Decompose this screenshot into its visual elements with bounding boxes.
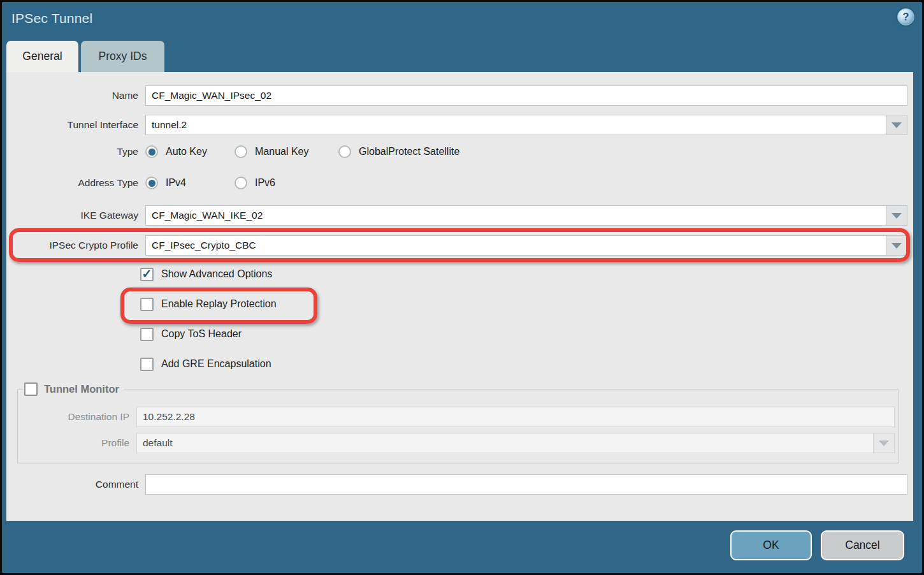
- ike-gateway-row: IKE Gateway: [6, 205, 907, 226]
- tab-bar: General Proxy IDs: [6, 41, 922, 72]
- copy-tos-header-checkbox[interactable]: [140, 328, 154, 341]
- chevron-down-icon: [879, 440, 889, 446]
- radio-globalprotect-satellite[interactable]: GlobalProtect Satellite: [338, 145, 459, 158]
- tab-proxy-ids-label: Proxy IDs: [99, 50, 147, 63]
- radio-ipv4[interactable]: IPv4: [145, 177, 235, 189]
- radio-ipv6[interactable]: IPv6: [235, 177, 275, 189]
- copy-tos-header-label: Copy ToS Header: [161, 328, 242, 340]
- help-icon[interactable]: ?: [897, 8, 914, 25]
- radio-auto-key-control[interactable]: [145, 145, 158, 158]
- dialog-title: IPSec Tunnel: [11, 11, 92, 26]
- tunnel-interface-row: Tunnel Interface: [6, 115, 907, 135]
- address-type-label: Address Type: [6, 177, 138, 189]
- show-advanced-options-row[interactable]: Show Advanced Options: [140, 266, 907, 282]
- tunnel-monitor-group: Tunnel Monitor Destination IP Profile: [17, 382, 899, 463]
- general-tab-panel: Name Tunnel Interface Type Auto Key: [6, 72, 913, 521]
- show-advanced-options-checkbox[interactable]: [140, 268, 154, 281]
- ike-gateway-input[interactable]: [145, 205, 886, 226]
- enable-replay-protection-row[interactable]: Enable Replay Protection: [140, 296, 907, 312]
- radio-ipv6-control[interactable]: [235, 177, 247, 189]
- tunnel-monitor-legend[interactable]: Tunnel Monitor: [24, 382, 119, 396]
- radio-auto-key[interactable]: Auto Key: [145, 145, 235, 158]
- dialog-footer: OK Cancel: [2, 521, 922, 575]
- add-gre-encapsulation-row[interactable]: Add GRE Encapsulation: [140, 356, 907, 372]
- radio-manual-key[interactable]: Manual Key: [235, 145, 338, 158]
- copy-tos-header-row[interactable]: Copy ToS Header: [140, 326, 907, 342]
- ipsec-crypto-profile-dropdown-button[interactable]: [886, 235, 907, 256]
- chevron-down-icon: [892, 213, 902, 219]
- tunnel-interface-input[interactable]: [145, 115, 886, 135]
- profile-input: [136, 433, 874, 453]
- tunnel-interface-dropdown-button[interactable]: [886, 115, 907, 135]
- name-input[interactable]: [145, 85, 907, 106]
- chevron-down-icon: [892, 122, 902, 128]
- radio-manual-key-label: Manual Key: [255, 146, 309, 157]
- tunnel-monitor-checkbox[interactable]: [24, 382, 38, 396]
- radio-auto-key-label: Auto Key: [166, 146, 207, 157]
- profile-row: Profile: [18, 433, 895, 453]
- ike-gateway-combo: [145, 205, 907, 226]
- radio-manual-key-control[interactable]: [235, 145, 247, 158]
- type-row: Type Auto Key Manual Key GlobalProtect S…: [6, 145, 907, 158]
- enable-replay-protection-checkbox[interactable]: [140, 298, 154, 311]
- ike-gateway-dropdown-button[interactable]: [886, 205, 907, 226]
- address-type-row: Address Type IPv4 IPv6: [6, 177, 907, 189]
- ok-button[interactable]: OK: [730, 530, 812, 560]
- profile-label: Profile: [18, 437, 129, 449]
- destination-ip-row: Destination IP: [18, 407, 895, 427]
- radio-ipv6-label: IPv6: [255, 177, 275, 189]
- comment-input[interactable]: [145, 474, 907, 495]
- radio-ipv4-control[interactable]: [145, 177, 158, 189]
- address-type-options: IPv4 IPv6: [145, 177, 907, 189]
- name-row: Name: [6, 85, 907, 106]
- tunnel-interface-label: Tunnel Interface: [6, 119, 138, 131]
- add-gre-encapsulation-checkbox[interactable]: [140, 358, 154, 371]
- type-options: Auto Key Manual Key GlobalProtect Satell…: [145, 145, 907, 158]
- ike-gateway-label: IKE Gateway: [6, 210, 138, 221]
- tab-general-label: General: [22, 50, 62, 63]
- ipsec-tunnel-dialog: IPSec Tunnel ? General Proxy IDs Name Tu…: [0, 0, 924, 575]
- tunnel-monitor-label: Tunnel Monitor: [44, 383, 119, 395]
- chevron-down-icon: [892, 243, 902, 249]
- ipsec-crypto-profile-combo: [145, 235, 907, 256]
- enable-replay-protection-label: Enable Replay Protection: [161, 298, 277, 310]
- ipsec-crypto-profile-row: IPSec Crypto Profile: [6, 235, 907, 256]
- cancel-button[interactable]: Cancel: [821, 530, 904, 560]
- comment-label: Comment: [6, 479, 138, 490]
- ipsec-crypto-profile-input[interactable]: [145, 235, 886, 256]
- type-label: Type: [6, 146, 138, 157]
- show-advanced-options-label: Show Advanced Options: [161, 268, 272, 280]
- profile-dropdown-button: [874, 433, 895, 453]
- tab-general[interactable]: General: [6, 41, 78, 72]
- radio-globalprotect-satellite-label: GlobalProtect Satellite: [359, 146, 459, 157]
- tab-proxy-ids[interactable]: Proxy IDs: [81, 41, 164, 72]
- destination-ip-input: [136, 407, 895, 427]
- add-gre-encapsulation-label: Add GRE Encapsulation: [161, 358, 271, 370]
- comment-row: Comment: [6, 474, 907, 495]
- destination-ip-label: Destination IP: [18, 411, 129, 423]
- radio-globalprotect-satellite-control[interactable]: [338, 145, 351, 158]
- radio-ipv4-label: IPv4: [166, 177, 186, 189]
- profile-combo: [136, 433, 895, 453]
- ipsec-crypto-profile-label: IPSec Crypto Profile: [6, 240, 138, 251]
- dialog-titlebar: IPSec Tunnel ?: [2, 2, 922, 41]
- name-label: Name: [6, 90, 138, 101]
- tunnel-interface-combo: [145, 115, 907, 135]
